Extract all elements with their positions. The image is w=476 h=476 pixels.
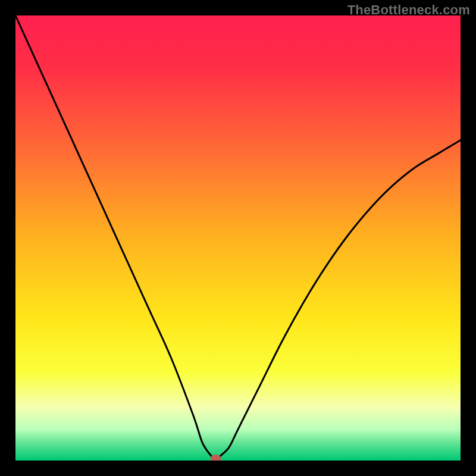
chart-frame: TheBottleneck.com — [0, 0, 476, 476]
plot-area — [15, 15, 461, 461]
gradient-background — [15, 15, 461, 461]
watermark-text: TheBottleneck.com — [347, 2, 470, 18]
bottleneck-chart — [15, 15, 461, 461]
